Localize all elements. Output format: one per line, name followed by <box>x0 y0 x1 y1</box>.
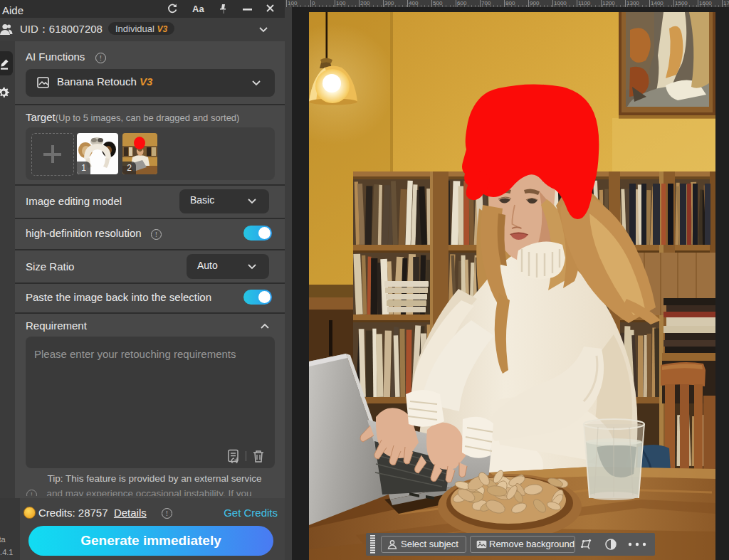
svg-text:Aa: Aa <box>192 4 204 14</box>
